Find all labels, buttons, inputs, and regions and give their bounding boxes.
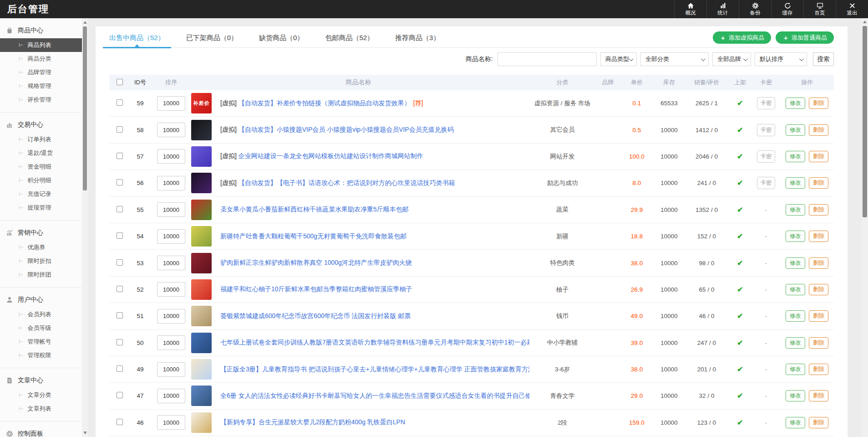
select-all-checkbox[interactable] [117,79,123,85]
row-checkbox[interactable] [117,206,123,212]
sidebar-group-控制面板[interactable]: 控制面板 [0,426,82,437]
sort-input[interactable] [157,309,185,324]
sidebar-group-文章中心[interactable]: 文章中心 [0,373,82,388]
row-checkbox[interactable] [117,392,123,398]
topbar-action-gear[interactable]: 备份 [739,0,771,18]
sidebar-scrollbar-thumb[interactable] [83,26,87,190]
sort-input[interactable] [157,149,185,164]
filter-select-默认排序[interactable]: 默认排序 [755,52,807,66]
kami-button[interactable]: 卡密 [757,124,775,136]
delete-button[interactable]: 删除 [809,310,828,322]
row-checkbox[interactable] [117,286,123,292]
delete-button[interactable]: 删除 [809,177,828,189]
product-name-link[interactable]: 荟银紫禁城建成600年纪念币故宫600年纪念币 法国发行封装版 邮票 [220,312,411,319]
sidebar-item-限时拼团[interactable]: ⊢ 限时拼团 [0,268,82,282]
row-checkbox[interactable] [117,419,123,425]
sidebar-item-商品列表[interactable]: ⊢ 商品列表 [0,38,82,52]
page-scrollbar-thumb[interactable] [863,26,867,217]
row-checkbox[interactable] [117,259,123,266]
sidebar-item-管理权限[interactable]: ⊢ 管理权限 [0,349,82,362]
kami-button[interactable]: 卡密 [757,150,775,163]
delete-button[interactable]: 删除 [809,417,828,428]
page-scrollbar[interactable] [862,18,868,437]
sidebar-group-用户中心[interactable]: 用户中心 [0,292,82,308]
topbar-action-home[interactable]: 概况 [674,0,706,18]
sidebar-item-退款/退货[interactable]: ⊢ 退款/退货 [0,146,82,160]
sidebar-scrollbar[interactable] [82,18,88,437]
edit-button[interactable]: 修改 [786,310,805,322]
sort-input[interactable] [157,335,185,350]
sort-input[interactable] [157,282,185,297]
row-checkbox[interactable] [117,153,123,159]
row-checkbox[interactable] [117,339,123,345]
delete-button[interactable]: 删除 [809,231,828,242]
edit-button[interactable]: 修改 [786,151,805,162]
sidebar-item-订单列表[interactable]: ⊢ 订单列表 [0,133,82,146]
delete-button[interactable]: 删除 [809,284,828,295]
product-thumbnail[interactable] [191,253,212,273]
scroll-up-icon[interactable] [83,21,87,24]
add-button-添加虚拟商品[interactable]: ＋ 添加虚拟商品 [713,31,771,44]
scroll-up-icon[interactable] [863,21,867,23]
product-thumbnail[interactable]: 补差价 [191,93,212,113]
tab-推荐商品（3）[interactable]: 推荐商品（3） [395,26,440,47]
sort-input[interactable] [157,415,185,430]
sort-input[interactable] [157,389,185,403]
tab-包邮商品（52）[interactable]: 包邮商品（52） [325,26,374,47]
edit-button[interactable]: 修改 [786,204,805,216]
row-checkbox[interactable] [117,179,123,185]
add-button-添加普通商品[interactable]: ＋ 添加普通商品 [776,31,834,44]
product-thumbnail[interactable] [191,412,212,433]
delete-button[interactable]: 删除 [809,204,828,216]
product-thumbnail[interactable] [191,226,212,247]
sidebar-group-营销中心[interactable]: 营销中心 [0,225,82,241]
sidebar-group-商品中心[interactable]: 商品中心 [0,23,82,38]
sort-input[interactable] [157,202,185,217]
sidebar-item-文章分类[interactable]: ⊢ 文章分类 [0,388,82,402]
row-checkbox[interactable] [117,365,123,372]
delete-button[interactable]: 删除 [809,390,828,401]
sidebar-item-品牌管理[interactable]: ⊢ 品牌管理 [0,66,82,79]
product-thumbnail[interactable] [191,306,212,326]
edit-button[interactable]: 修改 [786,124,805,136]
sidebar-item-提现管理[interactable]: ⊢ 提现管理 [0,201,82,215]
tab-已下架商品（0）[interactable]: 已下架商品（0） [186,26,238,47]
kami-button[interactable]: 卡密 [757,97,775,109]
sort-input[interactable] [157,362,185,377]
delete-button[interactable]: 删除 [809,257,828,269]
edit-button[interactable]: 修改 [786,98,805,109]
tab-缺货商品（0）[interactable]: 缺货商品（0） [259,26,304,47]
sidebar-item-规格管理[interactable]: ⊢ 规格管理 [0,79,82,93]
kami-button[interactable]: 卡密 [757,177,775,189]
sidebar-item-商品分类[interactable]: ⊢ 商品分类 [0,52,82,66]
product-name-link[interactable]: 【自动发货】小猿搜题VIP会员 小猿搜题vip小猿搜题会员VIP会员充值兑换码 [239,126,454,133]
sort-input[interactable] [157,229,185,244]
edit-button[interactable]: 修改 [786,231,805,242]
delete-button[interactable]: 删除 [809,151,828,162]
sidebar-item-资金明细[interactable]: ⊢ 资金明细 [0,160,82,174]
filter-select-全部品牌[interactable]: 全部品牌 [712,52,751,66]
product-thumbnail[interactable] [191,279,212,300]
sidebar-item-管理帐号[interactable]: ⊢ 管理帐号 [0,335,82,349]
edit-button[interactable]: 修改 [786,284,805,295]
edit-button[interactable]: 修改 [786,257,805,269]
product-name-link[interactable]: 驴肉新鲜正宗生鲜驴肉新鲜散养真空 1000g河北特产生带皮驴肉火烧 [220,259,412,266]
product-thumbnail[interactable] [191,173,212,193]
row-checkbox[interactable] [117,232,123,239]
sidebar-item-评价管理[interactable]: ⊢ 评价管理 [0,93,82,107]
edit-button[interactable]: 修改 [786,364,805,375]
product-name-link[interactable]: 新疆特产吐鲁番大颗粒葡萄干500g无籽黄葡萄干免洗即食散装包邮 [220,232,406,240]
topbar-action-close[interactable]: 退出 [836,0,868,18]
product-thumbnail[interactable] [191,359,212,380]
product-name-link[interactable]: 七年级上册试卷全套同步训练人教版7册语文英语听力数学辅导资料练习册单元月考期中期… [220,339,529,346]
product-name-link[interactable]: 全6册 女人的活法女性必读经典好书卡耐基写给女人的一生幸福忠告生活需要仪式感适合… [220,392,529,399]
filter-select-商品类型[interactable]: 商品类型 [600,52,637,66]
search-button[interactable]: 搜索 [813,52,834,66]
edit-button[interactable]: 修改 [786,417,805,428]
topbar-action-refresh[interactable]: 缓存 [771,0,803,18]
product-thumbnail[interactable] [191,200,212,220]
sidebar-item-文章列表[interactable]: ⊢ 文章列表 [0,402,82,416]
sidebar-item-会员列表[interactable]: ⊢ 会员列表 [0,308,82,321]
delete-button[interactable]: 删除 [809,98,828,109]
delete-button[interactable]: 删除 [809,337,828,349]
